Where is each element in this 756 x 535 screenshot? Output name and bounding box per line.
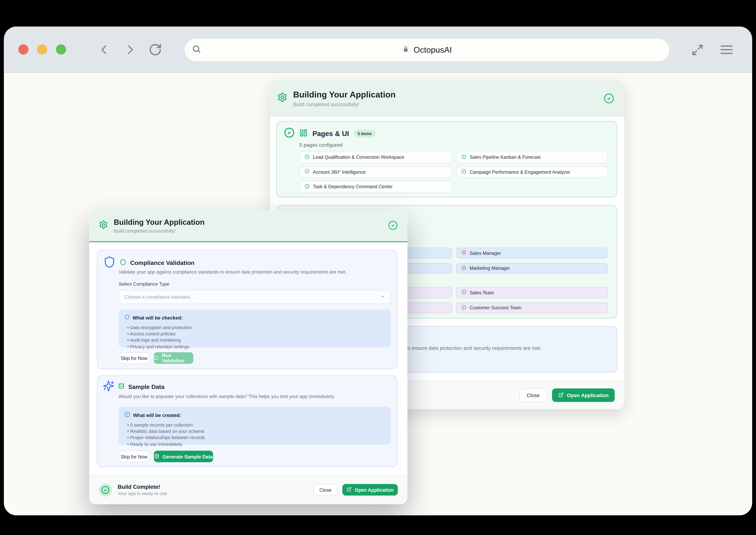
close-button[interactable]: Close [519,388,547,402]
screen: OctopusAI Building Your Application Buil… [0,0,756,535]
skip-validation-button[interactable]: Skip for Now [119,352,149,364]
database-icon [118,383,124,391]
front-dialog-title: Building Your Application [114,218,205,227]
address-bar[interactable]: OctopusAI [185,39,669,61]
compliance-description: Validate your app against compliance sta… [119,269,347,274]
shield-icon [120,258,126,268]
database-icon [154,453,159,460]
lock-icon [402,45,409,54]
build-dialog-foreground: Building Your Application Build complete… [89,210,407,504]
shield-icon [124,313,130,322]
page-list-item: Campaign Performance & Engagement Analyz… [456,166,608,178]
zoom-window-button[interactable] [56,44,66,54]
back-dialog-subtitle: Build completed successfully! [293,101,396,107]
sample-data-card: Sample Data Would you like to populate y… [97,376,397,467]
nav-controls [98,43,162,58]
back-dialog-header: Building Your Application Build complete… [270,80,624,116]
target-icon [461,265,466,271]
check-circle-icon [461,305,466,311]
team-chip: Sales Team [456,287,608,298]
forward-icon[interactable] [123,43,136,58]
minimize-window-button[interactable] [37,44,47,54]
back-icon[interactable] [98,43,111,58]
check-circle-icon [305,169,310,175]
sample-data-checklist-box: What will be created: 5 sample records p… [119,407,391,445]
role-chip: Sales Manager [456,247,608,258]
shield-icon [154,355,159,361]
skip-sample-data-button[interactable]: Skip for Now [119,451,149,462]
traffic-lights [18,44,66,54]
compliance-checklist: Data encryption and protection Access co… [127,324,385,350]
checklist-title: What will be checked: [133,315,183,320]
page-list-item: Account 360° Intelligence [299,166,452,178]
pages-status: 5 pages configured [299,142,342,148]
shield-icon [103,255,116,271]
gear-icon [99,220,108,231]
address-content: OctopusAI [185,45,669,55]
layout-grid-icon [299,128,308,139]
expand-icon[interactable] [691,43,704,58]
build-complete-title: Build Complete! [118,484,167,490]
compliance-text-fragment: o ensure data protection and security re… [407,345,542,351]
check-circle-icon [305,184,310,189]
team-chip: Customer Success Team [456,302,608,313]
checklist-item: Realistic data based on your schema [127,428,385,435]
open-application-button[interactable]: Open Application [552,388,615,402]
checklist-item: Access control policies [127,331,385,337]
check-circle-icon [461,290,466,296]
checklist-item: Audit logs and monitoring [127,337,385,344]
checklist-item: Proper relationships between records [127,435,385,441]
sample-data-checklist: 5 sample records per collection Realisti… [127,422,385,447]
check-circle-icon [461,154,466,160]
external-link-icon [346,487,351,493]
check-circle-icon [305,154,310,160]
chrome-right-controls [691,42,735,59]
external-link-icon [558,392,563,398]
front-dialog-header: Building Your Application Build complete… [89,210,407,242]
role-chip: Marketing Manager [456,263,608,274]
close-button[interactable]: Close [313,484,338,495]
back-dialog-title: Building Your Application [293,90,396,99]
check-circle-icon [124,410,130,419]
build-complete-check-icon [99,483,112,496]
front-dialog-footer: Build Complete! Your app is ready to use… [89,475,407,504]
check-circle-icon [461,169,466,175]
address-text: OctopusAI [414,45,452,55]
run-validation-button[interactable]: Run Validation [154,352,193,364]
compliance-standard-select[interactable]: Choose a compliance standard... [119,290,391,304]
pages-list: Lead Qualification & Conversion Workspac… [299,152,608,192]
checklist-item: Data encryption and protection [127,324,385,331]
build-complete-subtitle: Your app is ready to use [118,491,167,496]
menu-icon[interactable] [718,42,735,59]
success-badge-icon [388,220,398,232]
compliance-checklist-box: What will be checked: Data encryption an… [119,309,391,348]
compliance-card-title: Compliance Validation [130,260,195,266]
page-list-item: Lead Qualification & Conversion Workspac… [299,152,452,163]
sample-data-description: Would you like to populate your collecti… [119,394,335,399]
browser-chrome: OctopusAI [4,27,752,73]
reload-icon[interactable] [148,43,162,58]
browser-window: OctopusAI Building Your Application Buil… [4,27,752,515]
compliance-validation-card: Compliance Validation Validate your app … [97,250,397,369]
checklist-item: 5 sample records per collection [127,422,385,428]
generate-sample-data-button[interactable]: Generate Sample Data [154,451,213,462]
front-dialog-subtitle: Build completed successfully! [114,228,205,233]
checklist-title: What will be created: [133,412,181,418]
success-badge-icon [604,93,614,106]
section-check-icon [284,127,295,140]
open-application-button[interactable]: Open Application [342,484,398,495]
sample-data-card-title: Sample Data [128,383,164,390]
chevron-down-icon [380,294,385,300]
pages-section-title: Pages & UI [312,130,349,138]
select-placeholder: Choose a compliance standard... [124,294,193,300]
close-window-button[interactable] [18,44,28,54]
target-icon [461,250,466,256]
page-list-item: Sales Pipeline Kanban & Forecast [456,152,608,163]
gear-icon [277,92,287,104]
sparkles-icon [103,380,114,394]
select-compliance-label: Select Compliance Type [119,281,170,287]
checklist-item: Ready to use immediately [127,441,385,447]
items-count-badge: 5 items [354,130,376,138]
checklist-item: Privacy and retention settings [127,343,385,350]
pages-ui-section: Pages & UI 5 items 5 pages configured Le… [276,121,617,197]
